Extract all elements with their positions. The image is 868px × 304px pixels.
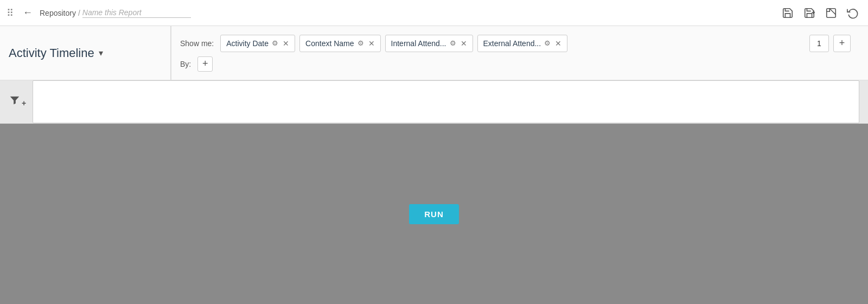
field-pill-context-name: Context Name ⚙ ✕ — [299, 35, 380, 52]
internal-attend-settings-icon[interactable]: ⚙ — [450, 39, 456, 47]
breadcrumb-repo: Repository — [40, 9, 76, 17]
top-bar-right — [779, 4, 861, 22]
by-label: By: — [180, 60, 191, 68]
save-button[interactable] — [779, 4, 796, 22]
report-name-input[interactable]: Name this Report — [82, 8, 191, 18]
field-pill-activity-date: Activity Date ⚙ ✕ — [220, 35, 295, 52]
show-me-label: Show me: — [180, 39, 214, 48]
context-name-settings-icon[interactable]: ⚙ — [358, 39, 364, 47]
context-name-close-icon[interactable]: ✕ — [368, 39, 375, 48]
field-pill-external-attend: External Attend... ⚙ ✕ — [477, 35, 568, 52]
by-row: By: + — [180, 56, 851, 72]
breadcrumb-separator: / — [78, 9, 80, 17]
filter-icon-area[interactable]: + — [9, 94, 26, 109]
external-attend-settings-icon[interactable]: ⚙ — [544, 39, 551, 47]
internal-attend-close-icon[interactable]: ✕ — [461, 39, 467, 48]
top-bar-left: ⠿ ← Repository / Name this Report — [7, 5, 191, 21]
top-bar: ⠿ ← Repository / Name this Report — [0, 0, 868, 26]
activity-date-close-icon[interactable]: ✕ — [283, 39, 289, 48]
external-attend-label: External Attend... — [483, 39, 541, 48]
page-number: 1 — [809, 35, 829, 52]
field-pill-internal-attend: Internal Attend... ⚙ ✕ — [385, 35, 473, 52]
report-title: Activity Timeline — [9, 46, 94, 60]
undo-button[interactable] — [844, 4, 861, 22]
save-as-button[interactable] — [801, 4, 818, 22]
activity-date-settings-icon[interactable]: ⚙ — [272, 39, 278, 47]
filter-content-area — [33, 80, 859, 123]
svg-line-3 — [829, 8, 835, 14]
context-name-label: Context Name — [305, 39, 354, 48]
sidebar-toggle-icon[interactable]: ⠿ — [7, 7, 14, 19]
report-title-dropdown[interactable]: ▾ — [99, 48, 103, 58]
breadcrumb: Repository / Name this Report — [40, 8, 191, 18]
config-bar-right: Show me: Activity Date ⚙ ✕ Context Name … — [171, 30, 859, 76]
internal-attend-label: Internal Attend... — [391, 39, 446, 48]
main-content: RUN — [0, 124, 868, 304]
config-bar: Activity Timeline ▾ Show me: Activity Da… — [0, 26, 868, 80]
config-bar-left: Activity Timeline ▾ — [9, 26, 171, 80]
back-button[interactable]: ← — [20, 5, 35, 21]
activity-date-label: Activity Date — [226, 39, 269, 48]
add-page-button[interactable]: + — [833, 35, 851, 52]
external-attend-close-icon[interactable]: ✕ — [555, 39, 561, 48]
chart-button[interactable] — [822, 4, 840, 22]
filter-plus-icon: + — [22, 99, 26, 107]
add-by-field-button[interactable]: + — [197, 56, 213, 72]
show-me-row: Show me: Activity Date ⚙ ✕ Context Name … — [180, 35, 851, 52]
filter-funnel-icon — [9, 94, 21, 109]
filter-bar: + — [0, 80, 868, 124]
run-button[interactable]: RUN — [409, 204, 459, 224]
